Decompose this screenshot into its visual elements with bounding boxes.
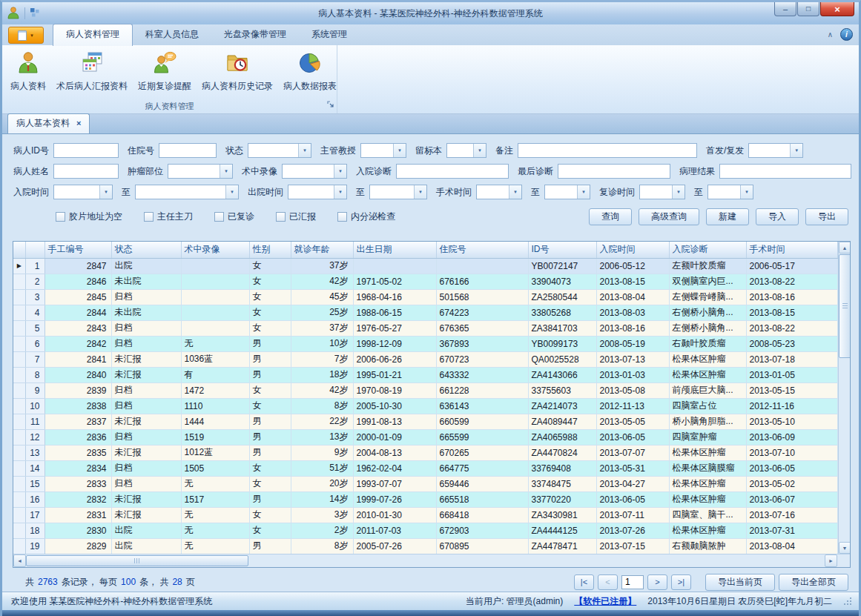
column-header-4[interactable]: 就诊年龄 (291, 242, 353, 258)
cell[interactable]: ZA4143066 (528, 367, 596, 382)
patient-button[interactable]: 病人资料 (5, 47, 51, 94)
cell[interactable]: 右颞叶胶质瘤 (669, 336, 746, 351)
filter-text-input[interactable] (708, 185, 740, 199)
cell[interactable]: 2837 (44, 414, 111, 429)
column-header-8[interactable]: 入院时间 (596, 242, 669, 258)
row-number-cell[interactable]: 18 (25, 523, 44, 538)
row-number-cell[interactable]: 14 (25, 460, 44, 476)
cell[interactable]: 2013-05-08 (596, 382, 669, 398)
cell[interactable]: 51岁 (291, 460, 353, 476)
cell[interactable]: 676166 (436, 274, 528, 289)
dropdown-arrow-icon[interactable]: ▼ (790, 144, 802, 157)
cell[interactable]: 45岁 (291, 289, 353, 305)
filter-input[interactable] (396, 164, 509, 179)
checkbox-item-1[interactable]: 主任主刀 (144, 211, 193, 223)
cell[interactable]: 2013-07-18 (746, 351, 837, 367)
row-number-cell[interactable]: 12 (25, 429, 44, 445)
cell[interactable]: 2013-08-03 (596, 305, 669, 320)
cell[interactable]: 2004-08-13 (353, 445, 436, 460)
checkbox-item-0[interactable]: 胶片地址为空 (56, 211, 122, 223)
filter-text-input[interactable] (159, 144, 216, 157)
cell[interactable]: 左侧桥小脑角... (669, 320, 746, 336)
filter-text-input[interactable] (447, 144, 473, 157)
row-number-cell[interactable]: 13 (25, 445, 44, 460)
filter-text-input[interactable] (720, 165, 851, 178)
table-row[interactable]: 102838归档1110女8岁2005-10-30636143ZA4214073… (13, 398, 837, 414)
cell[interactable]: 男 (249, 351, 291, 367)
filter-text-input[interactable] (136, 185, 225, 199)
cell[interactable]: 2013-01-05 (746, 367, 837, 382)
checkbox-item-4[interactable]: 内分泌检查 (337, 211, 395, 223)
collapse-ribbon-icon[interactable]: ∧ (828, 31, 833, 39)
cell[interactable]: 男 (249, 414, 291, 429)
row-number-cell[interactable]: 10 (25, 398, 44, 414)
cell[interactable]: 1962-02-04 (353, 460, 436, 476)
filter-combo[interactable]: ▼ (369, 185, 427, 199)
checkbox[interactable] (214, 212, 224, 222)
cell[interactable]: 四脑室、脑干... (669, 507, 746, 523)
cell[interactable]: ZA4089447 (528, 414, 596, 429)
cell[interactable]: 未汇报 (111, 351, 181, 367)
prev-page-button[interactable]: < (598, 574, 618, 590)
checkbox[interactable] (56, 212, 65, 222)
cell[interactable]: 660599 (436, 414, 528, 429)
cell[interactable]: 2013-07-10 (746, 445, 837, 460)
cell[interactable]: 前颅底巨大脑... (669, 382, 746, 398)
cell[interactable]: 四脑室肿瘤 (669, 429, 746, 445)
cell[interactable]: 2844 (44, 305, 111, 320)
tab-close-icon[interactable]: × (76, 119, 81, 127)
cell[interactable]: 四脑室占位 (669, 398, 746, 414)
new-button[interactable]: 新建 (706, 208, 749, 225)
row-indicator-cell[interactable] (13, 429, 25, 445)
table-row[interactable]: 72841未汇报1036蓝男7岁2006-06-26670723QA002552… (13, 351, 837, 367)
cell[interactable]: 2012-11-13 (596, 398, 669, 414)
table-row[interactable]: 182830出院无女2岁2011-07-03672903ZA4444125201… (13, 523, 837, 538)
cell[interactable]: 33755603 (528, 382, 596, 398)
cell[interactable]: 出院 (111, 523, 181, 538)
cell[interactable]: 男 (249, 538, 291, 554)
row-indicator-cell[interactable] (13, 491, 25, 507)
checkbox[interactable] (144, 212, 154, 222)
cell[interactable]: 2006-05-12 (596, 258, 669, 274)
filter-text-input[interactable] (361, 144, 393, 157)
last-page-button[interactable]: >| (671, 574, 691, 590)
cell[interactable]: 松果体区肿瘤 (669, 523, 746, 538)
cell[interactable]: 松果体区肿瘤 (669, 491, 746, 507)
cell[interactable]: 676365 (436, 320, 528, 336)
cell[interactable]: 42岁 (291, 382, 353, 398)
row-indicator-cell[interactable] (13, 523, 25, 538)
cell[interactable]: 664775 (436, 460, 528, 476)
advanced-query-button[interactable]: 高级查询 (639, 208, 699, 225)
cell[interactable]: 1988-06-15 (353, 305, 436, 320)
pie-chart-button[interactable]: 病人数据报表 (278, 47, 342, 94)
cell[interactable]: 2847 (44, 258, 111, 274)
ribbon-tab-1[interactable]: 科室人员信息 (133, 24, 211, 45)
row-number-cell[interactable]: 8 (25, 367, 44, 382)
cell[interactable]: 2013-05-15 (746, 382, 837, 398)
cell[interactable] (353, 258, 436, 274)
ribbon-tab-2[interactable]: 光盘录像带管理 (211, 24, 299, 45)
dropdown-arrow-icon[interactable]: ▼ (220, 165, 232, 178)
cell[interactable]: 松果体区肿瘤 (669, 445, 746, 460)
cell[interactable]: 左侧蝶骨嵴脑... (669, 289, 746, 305)
resize-grip[interactable] (843, 597, 853, 606)
cell[interactable]: 2013-06-07 (746, 491, 837, 507)
cell[interactable]: 女 (249, 523, 291, 538)
cell[interactable]: 男 (249, 491, 291, 507)
import-button[interactable]: 导入 (756, 208, 799, 225)
cell[interactable]: 1999-07-26 (353, 491, 436, 507)
cell[interactable]: ZA4478471 (528, 538, 596, 554)
dropdown-arrow-icon[interactable]: ▼ (225, 185, 238, 199)
row-number-cell[interactable]: 3 (25, 289, 44, 305)
column-header-3[interactable]: 性别 (249, 242, 291, 258)
horizontal-scroll-thumb[interactable] (26, 555, 248, 566)
cell[interactable]: 归档 (111, 320, 181, 336)
table-row[interactable]: 92839归档1472女42岁1970-08-19661228337556032… (13, 382, 837, 398)
filter-combo[interactable]: ▼ (248, 143, 311, 158)
cell[interactable]: 无 (181, 476, 249, 491)
cell[interactable] (181, 274, 249, 289)
row-indicator-cell[interactable] (13, 336, 25, 351)
cell[interactable]: 归档 (111, 398, 181, 414)
filter-text-input[interactable] (640, 185, 672, 199)
cell[interactable]: 松果体区肿瘤 (669, 351, 746, 367)
